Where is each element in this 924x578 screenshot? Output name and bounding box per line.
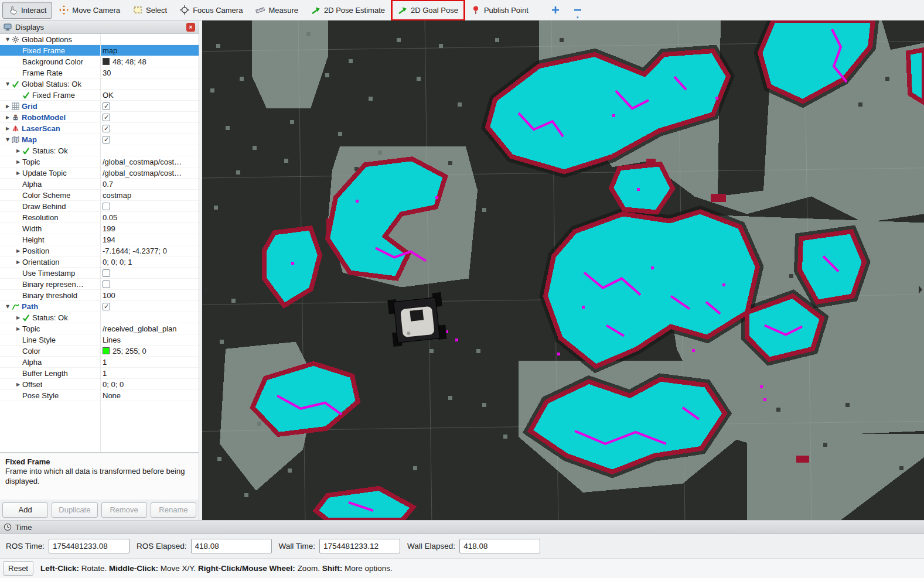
tree-row-laserscan[interactable]: ▶LaserScan✓ bbox=[0, 123, 199, 134]
property-value[interactable]: None bbox=[103, 391, 121, 400]
toolbar-button-select[interactable]: Select bbox=[127, 2, 173, 19]
tree-row-offset[interactable]: ▶Offset0; 0; 0 bbox=[0, 379, 199, 390]
property-value[interactable]: 1 bbox=[103, 369, 107, 378]
property-value[interactable]: 30 bbox=[103, 69, 111, 77]
property-value[interactable]: 0.7 bbox=[103, 180, 113, 189]
property-value[interactable]: /global_costmap/cost… bbox=[103, 158, 182, 166]
remove-button[interactable]: Remove bbox=[101, 502, 147, 518]
property-value[interactable]: 1 bbox=[103, 358, 107, 367]
property-value[interactable]: costmap bbox=[103, 191, 131, 200]
tree-row-use-timestamp[interactable]: Use Timestamp bbox=[0, 268, 199, 279]
time-field-input-wall-elapsed[interactable] bbox=[459, 539, 540, 553]
tree-row-draw-behind[interactable]: Draw Behind bbox=[0, 201, 199, 212]
toolbar-button-measure[interactable]: Measure bbox=[250, 2, 304, 19]
expander-down-icon[interactable]: ▼ bbox=[4, 37, 12, 42]
tree-row-line-style[interactable]: Line StyleLines bbox=[0, 334, 199, 346]
checkbox-checked[interactable]: ✓ bbox=[103, 303, 110, 310]
tree-row-status-ok[interactable]: ▶Status: Ok bbox=[0, 312, 199, 323]
expander-down-icon[interactable]: ▼ bbox=[4, 304, 12, 309]
toolbar-button-2d-goal-pose[interactable]: 2D Goal Pose bbox=[392, 2, 464, 19]
expander-right-icon[interactable]: ▶ bbox=[14, 259, 22, 265]
property-value[interactable]: /global_costmap/cost… bbox=[103, 169, 182, 177]
tree-row-status-ok[interactable]: ▶Status: Ok bbox=[0, 145, 199, 156]
add-button[interactable]: Add bbox=[2, 502, 48, 518]
checkbox-checked[interactable]: ✓ bbox=[103, 114, 110, 121]
property-value[interactable]: 199 bbox=[103, 224, 115, 233]
tree-row-position[interactable]: ▶Position-7.1644; -4.2377; 0 bbox=[0, 245, 199, 256]
property-value[interactable]: 100 bbox=[103, 291, 115, 300]
checkbox-checked[interactable]: ✓ bbox=[103, 136, 110, 143]
tree-row-width[interactable]: Width199 bbox=[0, 223, 199, 234]
expander-down-icon[interactable]: ▼ bbox=[4, 137, 12, 142]
expander-right-icon[interactable]: ▶ bbox=[14, 148, 22, 153]
tree-row-binary-represen[interactable]: Binary represen… bbox=[0, 279, 199, 290]
toolbar-button-interact[interactable]: Interact bbox=[2, 2, 52, 19]
tree-row-height[interactable]: Height194 bbox=[0, 234, 199, 245]
property-value[interactable]: 194 bbox=[103, 235, 115, 244]
property-value[interactable]: -7.1644; -4.2377; 0 bbox=[103, 247, 167, 255]
time-field-input-wall-time[interactable] bbox=[319, 539, 400, 553]
expander-right-icon[interactable]: ▶ bbox=[14, 382, 22, 387]
toolbar-button-label: 2D Goal Pose bbox=[411, 6, 458, 15]
toolbar-button-add-tool[interactable] bbox=[545, 2, 566, 19]
reset-button[interactable]: Reset bbox=[3, 561, 33, 576]
toolbar-button-focus-camera[interactable]: Focus Camera bbox=[174, 2, 248, 19]
time-field-input-ros-elapsed[interactable] bbox=[191, 539, 272, 553]
tree-row-topic[interactable]: ▶Topic/received_global_plan bbox=[0, 323, 199, 334]
toolbar-button-remove-tool[interactable]: ▾ bbox=[567, 2, 588, 19]
tree-row-resolution[interactable]: Resolution0.05 bbox=[0, 212, 199, 223]
checkbox-unchecked[interactable] bbox=[103, 269, 110, 277]
property-value[interactable]: map bbox=[103, 46, 117, 55]
tree-row-background-color[interactable]: Background Color48; 48; 48 bbox=[0, 56, 199, 67]
property-value[interactable]: 0.05 bbox=[103, 213, 117, 222]
duplicate-button[interactable]: Duplicate bbox=[52, 502, 97, 518]
tree-row-topic[interactable]: ▶Topic/global_costmap/cost… bbox=[0, 156, 199, 167]
toolbar-button-2d-pose-estimate[interactable]: 2D Pose Estimate bbox=[305, 2, 391, 19]
checkbox-unchecked[interactable] bbox=[103, 203, 110, 210]
tree-row-color[interactable]: Color25; 255; 0 bbox=[0, 346, 199, 357]
tree-row-global-options[interactable]: ▼Global Options bbox=[0, 34, 199, 45]
time-field-input-ros-time[interactable] bbox=[49, 539, 129, 553]
tree-row-frame-rate[interactable]: Frame Rate30 bbox=[0, 67, 199, 78]
tree-row-grid[interactable]: ▶Grid✓ bbox=[0, 101, 199, 112]
toolbar-button-publish-point[interactable]: Publish Point bbox=[465, 2, 534, 19]
tree-row-orientation[interactable]: ▶Orientation0; 0; 0; 1 bbox=[0, 256, 199, 268]
toolbar-button-move-camera[interactable]: Move Camera bbox=[53, 2, 126, 19]
tree-row-alpha[interactable]: Alpha0.7 bbox=[0, 179, 199, 190]
tree-row-binary-threshold[interactable]: Binary threshold100 bbox=[0, 290, 199, 301]
interact-icon bbox=[8, 5, 18, 15]
property-value[interactable]: 0; 0; 0; 1 bbox=[103, 258, 132, 266]
property-value[interactable]: Lines bbox=[103, 336, 121, 344]
3d-viewport[interactable] bbox=[202, 20, 924, 520]
tree-row-robotmodel[interactable]: ▶RobotModel✓ bbox=[0, 112, 199, 123]
expander-right-icon[interactable]: ▶ bbox=[4, 104, 12, 109]
property-value[interactable]: 25; 255; 0 bbox=[112, 347, 146, 355]
expander-right-icon[interactable]: ▶ bbox=[14, 170, 22, 176]
rename-button[interactable]: Rename bbox=[151, 502, 196, 518]
expander-right-icon[interactable]: ▶ bbox=[14, 248, 22, 254]
property-value[interactable]: 0; 0; 0 bbox=[103, 380, 124, 389]
tree-row-color-scheme[interactable]: Color Schemecostmap bbox=[0, 190, 199, 201]
checkbox-unchecked[interactable] bbox=[103, 281, 110, 288]
tree-row-map[interactable]: ▼Map✓ bbox=[0, 134, 199, 145]
property-value[interactable]: OK bbox=[103, 91, 114, 100]
property-value[interactable]: 48; 48; 48 bbox=[112, 57, 146, 66]
tree-row-fixed-frame[interactable]: Fixed Framemap bbox=[0, 45, 199, 56]
tree-row-fixed-frame[interactable]: Fixed FrameOK bbox=[0, 90, 199, 101]
tree-row-path[interactable]: ▼Path✓ bbox=[0, 301, 199, 312]
expander-down-icon[interactable]: ▼ bbox=[4, 81, 12, 87]
property-value[interactable]: /received_global_plan bbox=[103, 324, 176, 333]
expander-right-icon[interactable]: ▶ bbox=[4, 115, 12, 120]
expander-right-icon[interactable]: ▶ bbox=[4, 126, 12, 131]
expander-right-icon[interactable]: ▶ bbox=[14, 159, 22, 165]
checkbox-checked[interactable]: ✓ bbox=[103, 125, 110, 132]
checkbox-checked[interactable]: ✓ bbox=[103, 102, 110, 110]
tree-row-alpha[interactable]: Alpha1 bbox=[0, 357, 199, 368]
expander-right-icon[interactable]: ▶ bbox=[14, 326, 22, 331]
tree-row-pose-style[interactable]: Pose StyleNone bbox=[0, 390, 199, 401]
tree-row-update-topic[interactable]: ▶Update Topic/global_costmap/cost… bbox=[0, 167, 199, 179]
tree-row-buffer-length[interactable]: Buffer Length1 bbox=[0, 368, 199, 379]
tree-row-global-status-ok[interactable]: ▼Global Status: Ok bbox=[0, 78, 199, 90]
close-icon[interactable]: × bbox=[186, 23, 195, 32]
expander-right-icon[interactable]: ▶ bbox=[14, 315, 22, 320]
